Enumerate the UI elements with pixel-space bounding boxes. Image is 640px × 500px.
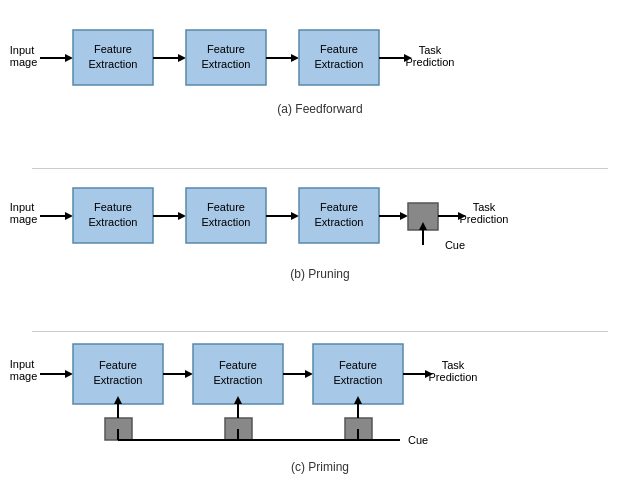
- svg-marker-7: [291, 54, 299, 62]
- box1-label-c: Feature: [99, 359, 137, 371]
- box2-label-a2: Extraction: [202, 58, 251, 70]
- section-feedforward: Input Image Feature Extraction Feature E…: [0, 10, 640, 164]
- section-pruning: Input Image Feature Extraction Feature E…: [0, 173, 640, 327]
- output-label-c2: Prediction: [429, 371, 478, 383]
- diagram-container: Input Image Feature Extraction Feature E…: [0, 0, 640, 500]
- pruning-label: (b) Pruning: [290, 267, 349, 281]
- svg-marker-31: [185, 370, 193, 378]
- divider-ab: [32, 168, 608, 169]
- box1-label-b2: Extraction: [89, 216, 138, 228]
- box3-label-a2: Extraction: [315, 58, 364, 70]
- box2-label-b2: Extraction: [202, 216, 251, 228]
- box1-label-b: Feature: [94, 201, 132, 213]
- input-label-b: Input: [10, 201, 34, 213]
- pruning-content: Input Image Feature Extraction Feature E…: [0, 173, 640, 263]
- input-label-b2: Image: [10, 213, 37, 225]
- box1-label-a2: Extraction: [89, 58, 138, 70]
- box3-label-c2: Extraction: [334, 374, 383, 386]
- input-label-a2: Image: [10, 56, 37, 68]
- box2-label-b: Feature: [207, 201, 245, 213]
- svg-marker-15: [178, 212, 186, 220]
- feedforward-diagram: Input Image Feature Extraction Feature E…: [10, 18, 630, 98]
- output-label-a: Task: [419, 44, 442, 56]
- svg-marker-1: [65, 54, 73, 62]
- pruning-diagram: Input Image Feature Extraction Feature E…: [10, 173, 630, 263]
- output-label-b: Task: [473, 201, 496, 213]
- box2-label-c2: Extraction: [214, 374, 263, 386]
- priming-content: Input Image Feature Extraction Feature E…: [0, 336, 640, 456]
- box3-label-c: Feature: [339, 359, 377, 371]
- box3-label-b: Feature: [320, 201, 358, 213]
- feedforward-label: (a) Feedforward: [277, 102, 362, 116]
- priming-label: (c) Priming: [291, 460, 349, 474]
- output-label-a2: Prediction: [406, 56, 455, 68]
- box1-label-a: Feature: [94, 43, 132, 55]
- svg-marker-4: [178, 54, 186, 62]
- input-label-c2: Image: [10, 370, 37, 382]
- cue-label-c: Cue: [408, 434, 428, 446]
- output-label-c: Task: [442, 359, 465, 371]
- box3-label-b2: Extraction: [315, 216, 364, 228]
- output-label-b2: Prediction: [460, 213, 509, 225]
- svg-marker-12: [65, 212, 73, 220]
- cue-label-b: Cue: [445, 239, 465, 251]
- feedforward-content: Input Image Feature Extraction Feature E…: [0, 18, 640, 98]
- box2-label-c: Feature: [219, 359, 257, 371]
- section-priming: Input Image Feature Extraction Feature E…: [0, 336, 640, 490]
- input-label-a: Input: [10, 44, 34, 56]
- box3-label-a: Feature: [320, 43, 358, 55]
- svg-marker-21: [400, 212, 408, 220]
- box2-label-a: Feature: [207, 43, 245, 55]
- input-label-c: Input: [10, 358, 34, 370]
- svg-marker-18: [291, 212, 299, 220]
- divider-bc: [32, 331, 608, 332]
- box1-label-c2: Extraction: [94, 374, 143, 386]
- priming-diagram: Input Image Feature Extraction Feature E…: [10, 336, 630, 456]
- svg-marker-28: [65, 370, 73, 378]
- svg-marker-34: [305, 370, 313, 378]
